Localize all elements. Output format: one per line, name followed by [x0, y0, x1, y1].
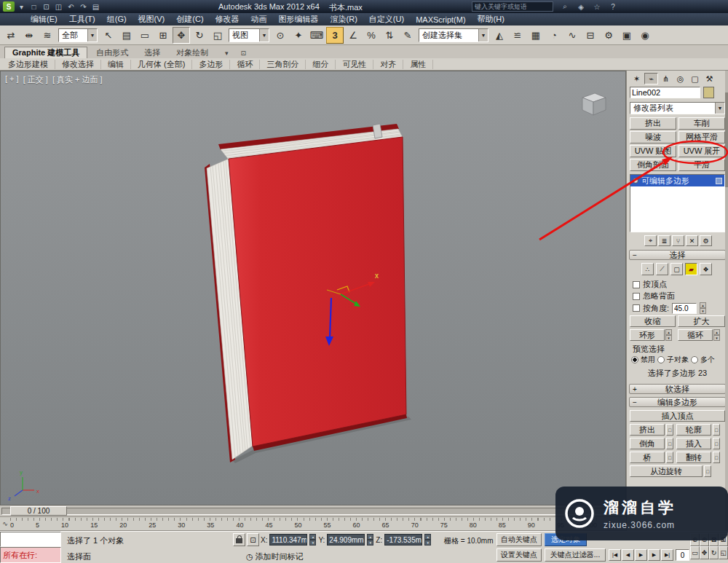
- element-subobject-icon[interactable]: ❖: [700, 263, 712, 275]
- select-object-icon[interactable]: ↖: [100, 27, 117, 44]
- reference-coordinate-dropdown[interactable]: 视图▼: [229, 28, 269, 42]
- x-coordinate-field[interactable]: 1110.347mm: [269, 534, 307, 546]
- panel-properties[interactable]: 属性: [403, 60, 433, 69]
- select-and-link-icon[interactable]: ⇄: [2, 27, 20, 44]
- bind-to-space-warp-icon[interactable]: ≋: [39, 27, 56, 44]
- tab-display-icon[interactable]: ▢: [688, 73, 702, 84]
- menu-maxscript[interactable]: MAXScript(M): [410, 13, 471, 25]
- ring-spinner[interactable]: ▴▾: [665, 329, 672, 341]
- pin-stack-icon[interactable]: ⌖: [644, 235, 657, 246]
- go-to-start-icon[interactable]: |◀: [609, 549, 621, 561]
- edge-subobject-icon[interactable]: ⟋: [656, 263, 668, 275]
- menu-views[interactable]: 视图(V): [132, 13, 171, 25]
- select-and-rotate-icon[interactable]: ↻: [191, 27, 208, 44]
- curve-editor-icon[interactable]: ∿: [563, 27, 581, 44]
- noise-modifier-button[interactable]: 噪波: [630, 131, 676, 143]
- make-unique-icon[interactable]: ⑂: [672, 235, 684, 246]
- extrude-modifier-button[interactable]: 挤出: [630, 117, 676, 130]
- go-to-end-icon[interactable]: ▶|: [661, 549, 673, 561]
- rollout-soft-selection[interactable]: + 软选择: [629, 384, 726, 394]
- panel-visibility[interactable]: 可见性: [336, 60, 373, 69]
- bevel-button[interactable]: 倒角: [630, 438, 665, 449]
- uvw-unwrap-modifier-button[interactable]: UVW 展开: [678, 145, 725, 157]
- new-file-icon[interactable]: □: [28, 1, 39, 12]
- set-key-button[interactable]: 设置关键点: [496, 548, 542, 562]
- tab-object-paint[interactable]: 对象绘制: [169, 47, 215, 58]
- communication-center-icon[interactable]: ◈: [575, 1, 587, 12]
- viewport-general-menu[interactable]: [ + ]: [5, 74, 19, 85]
- configure-modifier-sets-icon[interactable]: ⚙: [700, 235, 712, 246]
- window-crossing-icon[interactable]: ⊞: [154, 27, 172, 44]
- by-angle-value-field[interactable]: [672, 303, 697, 314]
- panel-modify-selection[interactable]: 修改选择: [55, 60, 101, 69]
- tab-graphite-modeling[interactable]: Graphite 建模工具: [4, 47, 87, 58]
- edit-named-selections-icon[interactable]: ✎: [399, 27, 416, 44]
- time-slider-handle[interactable]: 0 / 100: [10, 506, 67, 516]
- viewport-pov-menu[interactable]: [ 正交 ]: [23, 74, 48, 85]
- ring-button[interactable]: 环形: [630, 329, 665, 341]
- key-filters-button[interactable]: 关键点过滤器...: [545, 548, 606, 562]
- layer-manager-icon[interactable]: ▦: [527, 27, 545, 44]
- stack-item-editable-poly[interactable]: 可编辑多边形: [630, 175, 724, 186]
- selection-region-icon[interactable]: ▭: [136, 27, 154, 44]
- bridge-button[interactable]: 桥: [630, 452, 665, 463]
- angle-snap-icon[interactable]: ∠: [344, 27, 362, 44]
- menu-group[interactable]: 组(G): [101, 13, 132, 25]
- render-setup-icon[interactable]: ⚙: [600, 27, 617, 44]
- extrude-button[interactable]: 挤出: [630, 424, 665, 436]
- insert-vertex-button[interactable]: 插入顶点: [630, 410, 725, 422]
- project-folder-icon[interactable]: ▤: [90, 1, 101, 12]
- app-logo-button[interactable]: S: [3, 1, 15, 12]
- panel-align[interactable]: 对齐: [373, 60, 403, 69]
- menu-create[interactable]: 创建(C): [170, 13, 209, 25]
- uvw-map-modifier-button[interactable]: UVW 贴图: [630, 145, 676, 157]
- undo-icon[interactable]: ↶: [66, 1, 76, 12]
- infocenter-search-input[interactable]: [475, 3, 550, 10]
- flip-button[interactable]: 翻转: [676, 452, 711, 463]
- panel-tris[interactable]: 三角剖分: [260, 60, 306, 69]
- vertex-subobject-icon[interactable]: ∴: [641, 263, 654, 275]
- hinge-from-edge-button[interactable]: 从边旋转: [630, 465, 703, 477]
- bridge-settings-icon[interactable]: □: [666, 452, 673, 463]
- time-slider-track[interactable]: [1, 508, 625, 515]
- current-frame-field[interactable]: [676, 549, 689, 561]
- orbit-icon[interactable]: ↻: [709, 546, 719, 559]
- panel-edit[interactable]: 编辑: [101, 60, 131, 69]
- z-spinner[interactable]: ▴▾: [424, 534, 431, 546]
- inset-button[interactable]: 插入: [676, 438, 711, 449]
- spinner-snap-icon[interactable]: ⇅: [381, 27, 398, 44]
- selection-filter-dropdown[interactable]: 全部▼: [58, 28, 98, 42]
- tab-utilities-icon[interactable]: ⚒: [703, 73, 716, 84]
- menu-animation[interactable]: 动画: [245, 13, 273, 25]
- tab-selection[interactable]: 选择: [137, 47, 167, 58]
- named-selection-sets-dropdown[interactable]: 创建选择集▼: [419, 28, 488, 42]
- outline-button[interactable]: 轮廓: [676, 424, 711, 436]
- favorites-icon[interactable]: ☆: [591, 1, 603, 12]
- loop-button[interactable]: 循环: [678, 329, 713, 341]
- track-bar-ruler[interactable]: 0 5 10 15 20 25 30 35 40 45 50 55 60 65 …: [10, 518, 597, 530]
- tab-hierarchy-icon[interactable]: ⋔: [659, 73, 673, 84]
- by-angle-checkbox[interactable]: [633, 304, 640, 312]
- by-vertex-checkbox[interactable]: [633, 281, 640, 288]
- panel-loops[interactable]: 循环: [230, 60, 260, 69]
- maximize-viewport-icon[interactable]: ◱: [719, 546, 728, 559]
- next-frame-icon[interactable]: ▶: [648, 549, 660, 561]
- meshsmooth-modifier-button[interactable]: 网格平滑: [678, 131, 725, 143]
- percent-snap-icon[interactable]: %: [363, 27, 380, 44]
- select-and-manipulate-icon[interactable]: ✦: [290, 27, 307, 44]
- shrink-button[interactable]: 收缩: [630, 315, 676, 327]
- menu-modifiers[interactable]: 修改器: [210, 13, 245, 25]
- border-subobject-icon[interactable]: ▢: [670, 263, 683, 275]
- viewport-shading-menu[interactable]: [ 真实 + 边面 ]: [52, 74, 103, 85]
- save-file-icon[interactable]: ◫: [53, 1, 64, 12]
- polygon-subobject-icon[interactable]: ▰: [685, 263, 697, 275]
- pan-icon[interactable]: ✥: [700, 546, 709, 559]
- rendered-frame-icon[interactable]: ▣: [618, 27, 636, 44]
- menu-graph-editors[interactable]: 图形编辑器: [273, 13, 325, 25]
- graphite-toggle-icon[interactable]: ◔: [545, 27, 563, 44]
- maxscript-macro-recorder[interactable]: 所有在行:: [0, 547, 61, 563]
- show-end-result-icon[interactable]: ≣: [658, 235, 670, 246]
- ribbon-config-icon[interactable]: ⊡: [237, 48, 249, 58]
- object-name-field[interactable]: [630, 87, 700, 98]
- panel-geometry-all[interactable]: 几何体 (全部): [131, 60, 192, 69]
